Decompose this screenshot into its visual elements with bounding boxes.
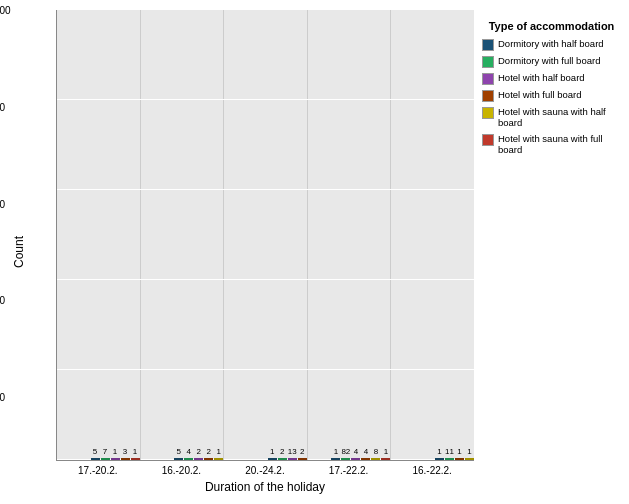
- bar: [331, 458, 340, 460]
- y-tick-value: 60: [0, 198, 54, 209]
- bar-value-label: 8: [374, 447, 378, 456]
- bar-group: 11111: [391, 10, 474, 460]
- bar-wrap: 2: [278, 458, 287, 460]
- bar: [204, 458, 213, 460]
- legend-swatch: [482, 90, 494, 102]
- bar-value-label: 1: [437, 447, 441, 456]
- bar-value-label: 82: [341, 447, 350, 456]
- bar-wrap: 2: [204, 458, 213, 460]
- x-axis-group-label: 20.-24.2.: [223, 465, 307, 476]
- bar: [288, 458, 297, 460]
- bar-wrap: 4: [184, 458, 193, 460]
- legend-swatch: [482, 107, 494, 119]
- bar-group: 12132: [224, 10, 308, 460]
- legend: Type of accommodation Dormitory with hal…: [474, 10, 629, 494]
- x-axis-group-label: 17.-20.2.: [56, 465, 140, 476]
- bar-value-label: 2: [280, 447, 284, 456]
- bar-value-label: 1: [334, 447, 338, 456]
- bar-group: 1824481: [308, 10, 392, 460]
- y-tick-value: 20: [0, 392, 54, 403]
- x-axis-group-label: 16.-22.2.: [390, 465, 474, 476]
- legend-swatch: [482, 134, 494, 146]
- bar-wrap: 1: [381, 458, 390, 460]
- y-tick-value: 0: [0, 489, 54, 500]
- bars-row: 12132: [268, 10, 307, 460]
- bar-value-label: 1: [133, 447, 137, 456]
- x-axis-title: Duration of the holiday: [56, 480, 474, 494]
- bar-value-label: 1: [384, 447, 388, 456]
- bar-wrap: 1: [465, 458, 474, 460]
- bar: [214, 458, 223, 460]
- bar-wrap: 1: [455, 458, 464, 460]
- legend-items: Dormitory with half board Dormitory with…: [482, 38, 621, 160]
- bar-wrap: 5: [91, 458, 100, 460]
- bar-wrap: 1: [268, 458, 277, 460]
- bar-value-label: 11: [445, 447, 454, 456]
- bar-value-label: 2: [300, 447, 304, 456]
- bar: [435, 458, 444, 460]
- bar-wrap: 7: [101, 458, 110, 460]
- bar: [278, 458, 287, 460]
- legend-item: Dormitory with half board: [482, 38, 621, 51]
- bar-wrap: 2: [194, 458, 203, 460]
- bar: [361, 458, 370, 460]
- bar-wrap: 1: [214, 458, 223, 460]
- legend-swatch: [482, 73, 494, 85]
- legend-item: Hotel with half board: [482, 72, 621, 85]
- bar-wrap: 3: [121, 458, 130, 460]
- y-tick-labels: 020406080100: [26, 10, 56, 494]
- bar-wrap: 11: [445, 458, 454, 460]
- legend-title: Type of accommodation: [482, 20, 621, 32]
- bar-value-label: 1: [457, 447, 461, 456]
- bars-row: 1824481: [331, 10, 390, 460]
- x-axis-group-label: 16.-20.2.: [140, 465, 224, 476]
- bar: [465, 458, 474, 460]
- legend-label: Hotel with half board: [498, 72, 585, 83]
- bar: [174, 458, 183, 460]
- y-tick-value: 100: [0, 5, 54, 16]
- bar-value-label: 4: [354, 447, 358, 456]
- legend-item: Dormitory with full board: [482, 55, 621, 68]
- chart-container: Count 020406080100: [0, 0, 629, 504]
- bar-value-label: 1: [270, 447, 274, 456]
- bar: [445, 458, 454, 460]
- y-axis-label: Count: [10, 10, 26, 494]
- legend-item: Hotel with full board: [482, 89, 621, 102]
- bar: [351, 458, 360, 460]
- plot-area: 571315422112132182448111111: [56, 10, 474, 461]
- bar-value-label: 1: [113, 447, 117, 456]
- bar: [341, 458, 350, 460]
- bar: [268, 458, 277, 460]
- legend-label: Hotel with sauna with half board: [498, 106, 621, 129]
- bar-group: 57131: [57, 10, 141, 460]
- bars-row: 57131: [91, 10, 140, 460]
- bar-value-label: 5: [176, 447, 180, 456]
- bar: [91, 458, 100, 460]
- bar-value-label: 13: [288, 447, 297, 456]
- bar-wrap: 5: [174, 458, 183, 460]
- y-tick-value: 80: [0, 101, 54, 112]
- bar-group: 54221: [141, 10, 225, 460]
- bar-wrap: 1: [131, 458, 140, 460]
- bar: [101, 458, 110, 460]
- bar-wrap: 4: [351, 458, 360, 460]
- legend-label: Dormitory with half board: [498, 38, 604, 49]
- bar-wrap: 2: [298, 458, 307, 460]
- bars-row: 11111: [435, 10, 474, 460]
- chart-area: Count 020406080100: [10, 10, 474, 494]
- bar-value-label: 1: [467, 447, 471, 456]
- bar: [371, 458, 380, 460]
- bar-wrap: 8: [371, 458, 380, 460]
- bar-value-label: 5: [93, 447, 97, 456]
- bar-wrap: 1: [331, 458, 340, 460]
- bar-value-label: 4: [186, 447, 190, 456]
- bar-value-label: 3: [123, 447, 127, 456]
- bar-value-label: 1: [216, 447, 220, 456]
- bar-wrap: 1: [435, 458, 444, 460]
- bars-row: 54221: [174, 10, 223, 460]
- y-tick-value: 40: [0, 295, 54, 306]
- bar: [298, 458, 307, 460]
- bar: [194, 458, 203, 460]
- x-axis-group-label: 17.-22.2.: [307, 465, 391, 476]
- legend-item: Hotel with sauna with half board: [482, 106, 621, 129]
